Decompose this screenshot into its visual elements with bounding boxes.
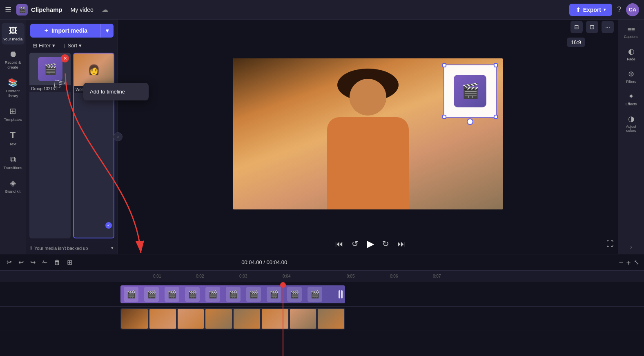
add-to-timeline-menuitem[interactable]: Add to timeline [83, 85, 149, 98]
sidebar-item-text[interactable]: T Text [2, 127, 25, 149]
media-item-group-label: Group 132131. [29, 85, 71, 92]
video-title[interactable]: My video [71, 7, 94, 13]
import-media-button[interactable]: ＋ Import media [30, 24, 100, 38]
skip-to-start-button[interactable]: ⏮ [335, 239, 343, 249]
sidebar-item-templates[interactable]: ⊞ Templates [2, 103, 25, 125]
cut-button[interactable]: ✁ [40, 257, 49, 268]
preview-area: ⊟ ⊡ ··· [118, 20, 618, 254]
user-avatar[interactable]: CA [626, 3, 639, 16]
forward-5s-button[interactable]: ↻ [382, 239, 389, 249]
captions-icon: ≡≡ [627, 26, 635, 33]
logo-clip[interactable]: 🎬 🎬 🎬 🎬 🎬 🎬 🎬 🎬 🎬 🎬 [120, 285, 345, 303]
sidebar-item-transitions[interactable]: ⧉ Transitions [2, 151, 25, 173]
ruler-mark-3: 0:03 [239, 274, 247, 278]
more-options-button[interactable]: ··· [602, 21, 614, 33]
topbar-right: ⬆ Export ▾ ? CA [569, 3, 639, 16]
video-frame-6 [262, 309, 288, 329]
video-frame-1 [121, 309, 148, 329]
selection-handle-br [494, 115, 498, 119]
ruler-mark-5: 0:05 [347, 274, 354, 278]
time-current: 00:04.00 / 00:04.00 [241, 259, 287, 265]
import-label: Import media [51, 27, 87, 34]
sort-button[interactable]: ↕ Sort ▾ [61, 41, 84, 50]
aspect-ratio-button[interactable]: 16:9 [567, 38, 585, 47]
media-thumb-woman: 👩 [74, 53, 114, 86]
zoom-out-button[interactable]: − [619, 258, 623, 267]
woman-silhouette [311, 71, 425, 209]
skip-to-end-button[interactable]: ⏭ [397, 239, 406, 249]
right-panel-filters[interactable]: ⊕ Filters [620, 66, 643, 87]
delete-media-icon[interactable]: ✕ [61, 54, 69, 62]
media-panel-header: ＋ Import media ▾ ⊟ Filter ▾ ↕ Sort ▾ [26, 20, 118, 53]
zoom-in-button[interactable]: ＋ [625, 258, 632, 267]
selection-handle-tl [442, 63, 446, 67]
timeline-area: ✂ ↩ ↪ ✁ 🗑 ⊞ 00:04.00 / 00:04.00 − ＋ ⤡ 0:… [0, 254, 644, 356]
delete-button[interactable]: 🗑 [52, 257, 62, 268]
logo-frame-8: 🎬 [264, 286, 284, 303]
pip-button[interactable]: ⊡ [586, 21, 598, 33]
crop-button[interactable]: ✂ [5, 257, 13, 268]
app-logo-icon: 🎬 [16, 4, 28, 16]
video-frame-2 [149, 309, 176, 329]
video-frame-3 [178, 309, 204, 329]
export-label: Export [583, 7, 601, 13]
undo-button[interactable]: ↩ [17, 257, 25, 268]
play-pause-button[interactable]: ▶ [367, 238, 374, 249]
footer-text: Your media isn't backed up [34, 246, 88, 251]
help-icon[interactable]: ? [617, 5, 621, 14]
filter-button[interactable]: ⊟ Filter ▾ [30, 41, 58, 50]
rewind-5s-button[interactable]: ↺ [352, 239, 359, 249]
panel-collapse-button[interactable]: ‹ [114, 132, 123, 141]
playback-controls-row: ⏮ ↺ ▶ ↻ ⏭ [144, 238, 597, 249]
media-grid: 🎬 ✕ Group 132131. 👩 ✓ Woman with ... [26, 53, 118, 242]
right-panel-effects[interactable]: ✦ Effects [620, 89, 643, 109]
logo-frame-1: 🎬 [121, 286, 141, 303]
ruler-mark-1: 0:01 [153, 274, 161, 278]
media-item-woman[interactable]: 👩 ✓ Woman with ... [73, 53, 114, 238]
video-overlay-logo[interactable]: 🎬 [443, 65, 497, 118]
right-panel-captions[interactable]: ≡≡ Captions [620, 23, 643, 42]
logo-frame-9: 🎬 [285, 286, 304, 303]
right-sidebar: ≡≡ Captions ◐ Fade ⊕ Filters ✦ Effects ◑… [618, 20, 644, 254]
subtitle-toggle-button[interactable]: ⊟ [570, 21, 583, 33]
overlay-logo-inner: 🎬 [454, 75, 486, 107]
selection-handle-tr [494, 63, 498, 67]
preview-top-bar: ⊟ ⊡ ··· [118, 20, 618, 34]
right-sidebar-collapse-button[interactable]: › [630, 243, 632, 251]
sidebar-item-content-library[interactable]: 📚 Content library [2, 74, 25, 101]
right-panel-fade[interactable]: ◐ Fade [620, 44, 643, 65]
media-panel-footer: ℹ Your media isn't backed up ▾ [26, 242, 118, 254]
aspect-ratio-label: 16:9 [571, 39, 581, 45]
logo-track-content: 🎬 🎬 🎬 🎬 🎬 🎬 🎬 🎬 🎬 🎬 [120, 282, 644, 306]
sidebar-item-your-media[interactable]: 🖼 Your media [2, 23, 25, 44]
video-preview-wrapper: 🎬 [118, 34, 618, 234]
export-button[interactable]: ⬆ Export ▾ [569, 4, 612, 16]
sidebar-item-label-content: Content library [3, 89, 23, 98]
redo-button[interactable]: ↪ [29, 257, 37, 268]
sidebar-item-record-create[interactable]: ⏺ Record & create [2, 46, 25, 73]
brand-kit-icon: ◈ [10, 178, 16, 188]
add-track-button[interactable]: ⊞ [65, 257, 74, 268]
sort-label: Sort [67, 42, 77, 49]
hamburger-menu-icon[interactable]: ☰ [5, 5, 11, 14]
video-preview[interactable]: 🎬 [233, 58, 503, 209]
video-frame-4 [205, 309, 232, 329]
right-panel-adjust-colors[interactable]: ◑ Adjust colors [620, 111, 643, 136]
fullscreen-button[interactable]: ⛶ [606, 240, 614, 248]
media-item-group[interactable]: 🎬 ✕ Group 132131. [29, 53, 71, 238]
pause-bar-1 [339, 290, 340, 298]
timeline-toolbar: ✂ ↩ ↪ ✁ 🗑 ⊞ 00:04.00 / 00:04.00 − ＋ ⤡ [0, 254, 644, 271]
transitions-icon: ⧉ [10, 155, 16, 164]
avatar-initials: CA [629, 7, 637, 13]
video-clip[interactable] [120, 308, 345, 329]
fade-icon: ◐ [628, 47, 635, 56]
logo-frame-4: 🎬 [183, 286, 202, 303]
expand-timeline-button[interactable]: ⤡ [634, 258, 639, 266]
logo-frame-3: 🎬 [162, 286, 182, 303]
captions-label: Captions [624, 35, 639, 39]
sidebar-item-brand-kit[interactable]: ◈ Brand kit [2, 175, 25, 197]
sidebar-item-label-transitions: Transitions [3, 165, 22, 170]
woman-body [327, 117, 409, 209]
import-dropdown-button[interactable]: ▾ [100, 24, 114, 38]
rotation-handle[interactable] [467, 118, 473, 125]
